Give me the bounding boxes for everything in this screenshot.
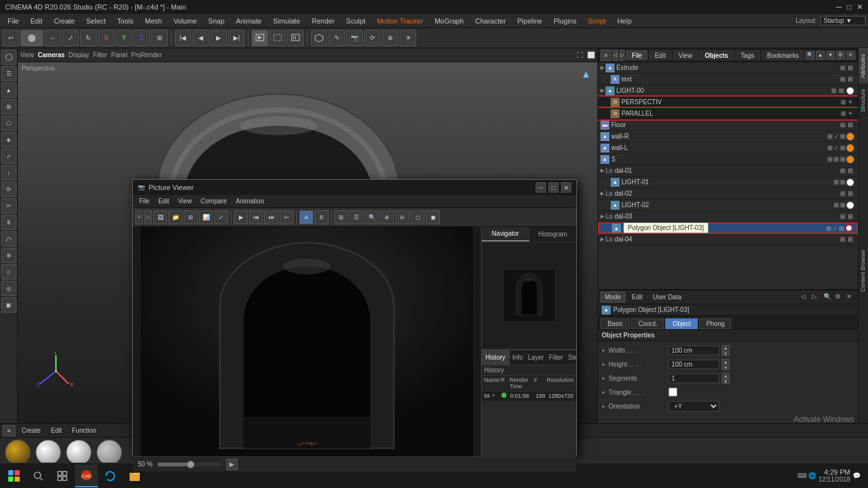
pv-btn-5[interactable]: ⤢ xyxy=(214,210,228,224)
taskbar-taskview[interactable] xyxy=(51,464,74,487)
menu-volume[interactable]: Volume xyxy=(168,16,202,26)
left-tool-4[interactable]: ⊞ xyxy=(1,99,17,114)
pv-sidebar-btn2[interactable]: ▷ xyxy=(144,210,152,224)
settings-btn[interactable]: ⚙ xyxy=(836,51,845,60)
pv-minimize[interactable]: ─ xyxy=(536,182,546,193)
pv-btn-9[interactable]: ↩ xyxy=(280,210,294,224)
anim-start[interactable]: |◀ xyxy=(175,30,191,46)
panel-btn3[interactable]: ▷ xyxy=(620,50,625,61)
notification-btn[interactable]: 💬 xyxy=(853,472,860,479)
prop-segments-input[interactable] xyxy=(668,374,719,383)
menu-select[interactable]: Select xyxy=(81,16,111,26)
tool-coord[interactable]: ⊞ xyxy=(151,30,168,46)
panel-btn[interactable]: ≡ xyxy=(600,50,611,61)
left-tool-5[interactable]: ⬡ xyxy=(1,116,17,131)
vp-view[interactable]: View xyxy=(20,51,34,58)
view-knob[interactable]: ☀ xyxy=(400,30,416,46)
obj-row-extrude[interactable]: ▶ ▲ Extrude ⊞ ⊞ xyxy=(598,62,858,74)
props-nav-left[interactable]: ◁ xyxy=(801,293,810,302)
taskbar-c4d[interactable]: C4D xyxy=(75,464,98,487)
close-btn[interactable]: ✕ xyxy=(846,51,855,60)
tab-edit-obj[interactable]: Edit xyxy=(649,50,671,60)
obj-row-dal03[interactable]: ▶ Lo dal-03 ⊞ ⊞ xyxy=(598,211,858,222)
render-region[interactable] xyxy=(269,30,286,46)
pv-menu-view[interactable]: View xyxy=(174,197,196,205)
pv-menu-file[interactable]: File xyxy=(135,197,153,205)
pv-tab-info[interactable]: Info xyxy=(510,350,526,365)
obj-row-perspectiv[interactable]: ⊙ PERSPECTIV ⊞ ✛ xyxy=(598,97,858,108)
menu-sculpt[interactable]: Sculpt xyxy=(341,16,371,26)
props-search[interactable]: 🔍 xyxy=(824,293,832,302)
pv-play-btn[interactable]: ▶ xyxy=(226,459,238,470)
search-btn[interactable]: 🔍 xyxy=(806,51,815,60)
clock-display[interactable]: 4:29 PM 12/11/2018 xyxy=(818,468,850,483)
anim-prev[interactable]: ◀ xyxy=(193,30,209,46)
tab-tags[interactable]: Tags xyxy=(735,50,760,60)
obj-row-light01[interactable]: ▲ LIGHT-01 ⊞ ⊞ xyxy=(598,177,858,188)
tool-scale[interactable]: ⤢ xyxy=(62,30,79,46)
obj-row-text[interactable]: A text ⊞ ⊞ xyxy=(598,74,858,85)
render-view[interactable] xyxy=(252,30,268,46)
menu-edit[interactable]: Edit xyxy=(25,16,48,26)
pv-btn-13[interactable]: ⊕ xyxy=(380,210,394,224)
pv-main-canvas[interactable]: ﻣﻬﻨﺪس xyxy=(133,227,481,456)
obj-row-s[interactable]: ▲ S ⊞ ⊞ ⊞ xyxy=(598,154,858,165)
left-tool-10[interactable]: ✂ xyxy=(1,198,17,214)
obj-row-floor[interactable]: ▬ Floor ⊞ ⊞ xyxy=(598,119,858,131)
pv-zoom-slider[interactable] xyxy=(158,463,221,466)
vp-filter[interactable]: Filter xyxy=(93,51,107,58)
pv-btn-8[interactable]: ⏭ xyxy=(264,210,278,224)
panel-btn2[interactable]: ◁ xyxy=(613,50,618,61)
mat-create[interactable]: Create xyxy=(18,426,44,435)
vp-panel[interactable]: Panel xyxy=(111,51,128,58)
menu-file[interactable]: File xyxy=(3,16,24,26)
tab-object[interactable]: Object xyxy=(665,318,698,329)
menu-animate[interactable]: Animate xyxy=(231,16,266,26)
mode-userdata[interactable]: User Data xyxy=(649,292,685,302)
tab-objects[interactable]: Objects xyxy=(699,50,734,60)
minimize-btn[interactable]: ─ xyxy=(836,3,842,11)
close-btn[interactable]: ✕ xyxy=(857,3,863,11)
menu-character[interactable]: Character xyxy=(470,16,511,26)
vp-maximize[interactable]: ⬜ xyxy=(587,51,595,58)
left-tool-8[interactable]: ↕ xyxy=(1,165,17,180)
mode-edit[interactable]: Edit xyxy=(628,292,646,302)
prop-triangle-check[interactable] xyxy=(668,388,677,396)
maximize-btn[interactable]: □ xyxy=(847,3,851,11)
mat-function[interactable]: Function xyxy=(68,426,100,435)
menu-pipeline[interactable]: Pipeline xyxy=(512,16,547,26)
obj-row-dal01[interactable]: ▶ Lo dal-01 ⊞ ⊞ xyxy=(598,165,858,177)
left-tool-14[interactable]: ☺ xyxy=(1,264,17,280)
menu-snap[interactable]: Snap xyxy=(203,16,230,26)
vp-expand[interactable]: ⛶ xyxy=(577,51,583,58)
tool-x[interactable]: X xyxy=(98,30,114,46)
prop-orientation-select[interactable]: +Y +X +Z -X -Y -Z xyxy=(668,401,719,412)
prop-width-down[interactable]: ▼ xyxy=(722,351,729,356)
menu-script[interactable]: Script xyxy=(583,16,611,26)
view-target[interactable]: ⊕ xyxy=(382,30,398,46)
pv-btn-10[interactable]: ⊞ xyxy=(334,210,348,224)
pv-close[interactable]: ✕ xyxy=(561,182,571,193)
render-anim[interactable] xyxy=(287,30,304,46)
view-pen[interactable]: ✎ xyxy=(329,30,345,46)
view-loop[interactable]: ⟳ xyxy=(364,30,381,46)
tab-basic[interactable]: Basic xyxy=(600,318,630,329)
pv-tab-navigator[interactable]: Navigator xyxy=(482,227,529,241)
pv-tab-layer[interactable]: Layer xyxy=(526,350,546,365)
obj-row-parallel[interactable]: ⊙ PARALLEL ⊞ ✛ xyxy=(598,108,858,119)
mode-mode[interactable]: Mode xyxy=(600,292,625,302)
up-btn[interactable]: ▲ xyxy=(816,51,825,60)
down-btn[interactable]: ▼ xyxy=(826,51,835,60)
menu-tools[interactable]: Tools xyxy=(112,16,139,26)
left-tool-15[interactable]: ◎ xyxy=(1,281,17,296)
menu-create[interactable]: Create xyxy=(49,16,80,26)
pv-tab-filter[interactable]: Filter xyxy=(546,350,566,365)
menu-simulate[interactable]: Simulate xyxy=(268,16,306,26)
menu-mograph[interactable]: MoGraph xyxy=(430,16,469,26)
pv-btn-2[interactable]: 📁 xyxy=(168,210,182,224)
pv-titlebar[interactable]: 📷 Picture Viewer ─ □ ✕ xyxy=(133,180,576,195)
props-nav-right[interactable]: ▷ xyxy=(812,293,821,302)
menu-motion-tracker[interactable]: Motion Tracker xyxy=(372,16,428,26)
left-tool-12[interactable] xyxy=(1,231,17,247)
tab-view-obj[interactable]: View xyxy=(673,50,698,60)
